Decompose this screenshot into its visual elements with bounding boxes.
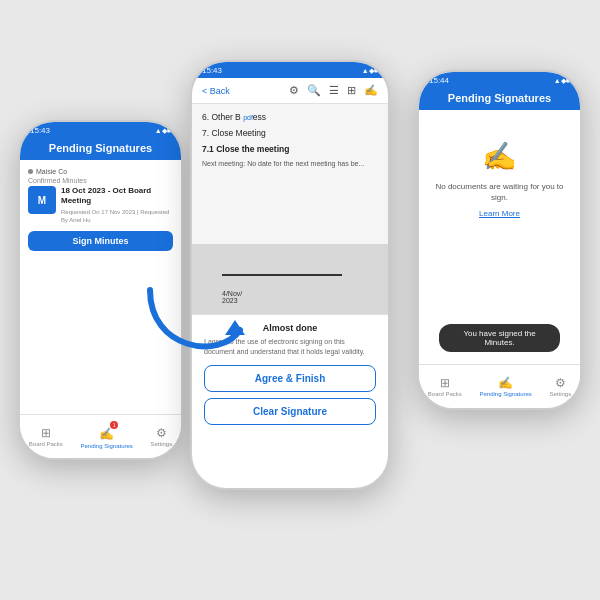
- status-bar-2: 15:43 ▲◆■: [192, 62, 388, 78]
- settings-toolbar-icon[interactable]: ⚙: [289, 84, 299, 97]
- pending-sig-label-1: Pending Signatures: [80, 443, 132, 449]
- board-packs-icon-3: ⊞: [440, 376, 450, 390]
- svg-marker-0: [225, 320, 245, 335]
- doc-meta: Requested On 17 Nov 2023 | Requested By …: [61, 208, 173, 225]
- next-meeting-text: Next meeting: No date for the next meeti…: [202, 160, 378, 167]
- sign-empty-icon: ✍: [482, 140, 517, 173]
- settings-icon-1: ⚙: [156, 426, 167, 440]
- bottom-nav-3: ⊞ Board Packs ✍ Pending Signatures ⚙ Set…: [419, 364, 580, 408]
- bottom-nav-1: ⊞ Board Packs ✍ 1 Pending Signatures ⚙ S…: [20, 414, 181, 458]
- settings-label-3: Settings: [549, 391, 571, 397]
- pending-sig-label-3: Pending Signatures: [479, 391, 531, 397]
- list-item-71: 7.1 Close the meeting: [202, 144, 378, 156]
- time-1: 15:43: [30, 126, 50, 135]
- nav-board-packs-3[interactable]: ⊞ Board Packs: [428, 376, 462, 397]
- settings-label-1: Settings: [150, 441, 172, 447]
- sub-label: Confirmed Minutes: [28, 177, 173, 184]
- toast-message: You have signed the Minutes.: [439, 324, 560, 352]
- status-bar-1: 15:43 ▲◆■: [20, 122, 181, 138]
- arrow-svg: [140, 270, 250, 370]
- phone-right: 15:44 ▲◆■ Pending Signatures ✍ No docume…: [417, 70, 582, 410]
- item-6-text: Other B pdfess: [211, 112, 266, 122]
- item-71-text: Close the meeting: [216, 144, 289, 154]
- no-docs-text: No documents are waiting for you to sign…: [435, 181, 564, 203]
- content-1: Maisie Co Confirmed Minutes M 18 Oct 202…: [20, 160, 181, 259]
- board-packs-label-1: Board Packs: [29, 441, 63, 447]
- header-1: Pending Signatures: [20, 138, 181, 160]
- toolbar-2: < Back ⚙ 🔍 ☰ ⊞ ✍: [192, 78, 388, 104]
- time-2: 15:43: [202, 66, 222, 75]
- pending-sig-icon-1: ✍: [99, 427, 114, 441]
- doc-icon: M: [28, 186, 56, 214]
- scene: 15:43 ▲◆■ Pending Signatures Maisie Co C…: [0, 0, 600, 600]
- search-toolbar-icon[interactable]: 🔍: [307, 84, 321, 97]
- doc-row: M 18 Oct 2023 - Oct Board Meeting Reques…: [28, 186, 173, 225]
- nav-pending-sig-3[interactable]: ✍ Pending Signatures: [479, 376, 531, 397]
- doc-info: 18 Oct 2023 - Oct Board Meeting Requeste…: [61, 186, 173, 225]
- item-7-text: Close Meeting: [211, 128, 265, 138]
- arrow-container: [140, 270, 250, 370]
- list-item-6: 6. Other B pdfess: [202, 112, 378, 124]
- list-toolbar-icon[interactable]: ☰: [329, 84, 339, 97]
- clear-signature-button[interactable]: Clear Signature: [204, 398, 376, 425]
- item-6-num: 6.: [202, 112, 209, 122]
- sign-minutes-button[interactable]: Sign Minutes: [28, 231, 173, 251]
- company-label: Maisie Co: [28, 168, 173, 175]
- nav-board-packs-1[interactable]: ⊞ Board Packs: [29, 426, 63, 447]
- board-packs-icon-1: ⊞: [41, 426, 51, 440]
- nav-settings-1[interactable]: ⚙ Settings: [150, 426, 172, 447]
- nav-settings-3[interactable]: ⚙ Settings: [549, 376, 571, 397]
- back-button[interactable]: < Back: [202, 86, 230, 96]
- signal-icons-1: ▲◆■: [155, 127, 171, 135]
- badge-dot-1: 1: [110, 421, 118, 429]
- doc-list-2: 6. Other B pdfess 7. Close Meeting 7.1 C…: [192, 104, 388, 244]
- pending-sig-icon-3: ✍: [498, 376, 513, 390]
- company-name: Maisie Co: [36, 168, 67, 175]
- learn-more-link[interactable]: Learn More: [479, 209, 520, 218]
- status-bar-3: 15:44 ▲◆■: [419, 72, 580, 88]
- toolbar-icons: ⚙ 🔍 ☰ ⊞ ✍: [289, 84, 378, 97]
- item-71-num: 7.1: [202, 144, 214, 154]
- time-3: 15:44: [429, 76, 449, 85]
- header-3: Pending Signatures: [419, 88, 580, 110]
- nav-pending-sig-1[interactable]: ✍ 1 Pending Signatures: [80, 424, 132, 449]
- item-7-num: 7.: [202, 128, 209, 138]
- empty-area: ✍ No documents are waiting for you to si…: [419, 110, 580, 228]
- list-item-7: 7. Close Meeting: [202, 128, 378, 140]
- doc-title: 18 Oct 2023 - Oct Board Meeting: [61, 186, 173, 207]
- board-packs-label-3: Board Packs: [428, 391, 462, 397]
- dot-icon: [28, 169, 33, 174]
- settings-icon-3: ⚙: [555, 376, 566, 390]
- grid-toolbar-icon[interactable]: ⊞: [347, 84, 356, 97]
- signal-icons-2: ▲◆■: [362, 67, 378, 75]
- signal-icons-3: ▲◆■: [554, 77, 570, 85]
- sign-toolbar-icon[interactable]: ✍: [364, 84, 378, 97]
